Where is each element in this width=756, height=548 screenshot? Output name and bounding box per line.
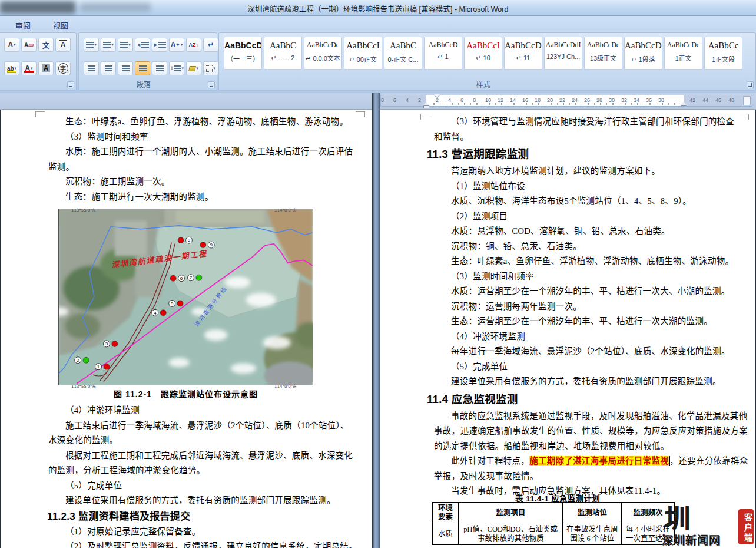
style-card[interactable]: AaBbCcDc13级正文 xyxy=(584,37,622,70)
style-name: 1正文 xyxy=(665,53,702,62)
paragraph-dialog-launcher[interactable] xyxy=(208,81,215,88)
style-name: （一二三） xyxy=(224,54,261,63)
borders-button[interactable]: ▾ xyxy=(203,61,218,75)
grow-font-button[interactable]: A▾ xyxy=(4,38,19,52)
show-hide-marks-button[interactable]: ↵ xyxy=(203,38,218,52)
justify-icon xyxy=(139,65,147,72)
text-line: 生态：运营期至少在一个潮汐年的丰、平、枯进行一次大潮的监测。 xyxy=(434,314,755,329)
style-card[interactable]: AaBbCcD（一二三） xyxy=(224,37,262,70)
numbering-button[interactable]: ▾ xyxy=(101,38,116,52)
style-preview: AaBbCcI xyxy=(465,41,502,51)
ruler-number: 18 xyxy=(535,97,541,103)
window-split-bar[interactable] xyxy=(372,93,380,548)
distributed-button[interactable] xyxy=(152,61,167,75)
text-line: （5）完成单位 xyxy=(48,478,366,494)
right-document-pane[interactable]: （3）环境管理与监测情况应随时接受海洋行政主管部门和环保部门的检查和监督。11.… xyxy=(380,110,756,548)
style-preview: AaBbCcDd xyxy=(625,41,662,51)
style-preview: AaBbC xyxy=(384,41,422,51)
first-line-indent-marker[interactable] xyxy=(434,94,440,98)
station-number: 4 xyxy=(154,311,157,316)
tab-review[interactable]: 审阅 xyxy=(11,18,35,30)
justify-button[interactable] xyxy=(135,61,150,75)
style-card[interactable]: AaBbCcDc↵ 0.0.0文本 xyxy=(304,37,342,70)
section-heading: 11.4 应急监视监测 xyxy=(427,389,755,409)
style-card[interactable]: AaBbCc1正文段 xyxy=(704,37,742,70)
phonetic-guide-button[interactable]: 文 xyxy=(38,38,54,52)
left-document-pane[interactable]: 生态：叶绿素a、鱼卵仔鱼、浮游植物、浮游动物、底栖生物、游泳动物。（3）监测时间… xyxy=(0,110,372,548)
horizontal-ruler: 8642246810121416182022242628303234363842… xyxy=(380,95,752,107)
watermark-site-name: 深圳新闻网 xyxy=(662,532,721,547)
right-indent-marker[interactable] xyxy=(681,101,687,105)
style-name: ↵ 11 xyxy=(505,54,542,62)
ruler-number: 22 xyxy=(559,97,565,103)
view-ruler-toggle[interactable] xyxy=(743,96,751,105)
style-card[interactable]: AaBbCcD↵ 1 xyxy=(424,37,462,70)
multilevel-list-button[interactable]: ▾ xyxy=(118,38,133,52)
style-name: 123YJ Ch... xyxy=(545,53,582,60)
ruler-number: 46 xyxy=(715,97,721,103)
text-line: 的选定提供依据。船舶监视和岸边、堆场监视费用相对较低。 xyxy=(434,439,755,454)
style-card[interactable]: AaBbCcDd↵ 1段落 xyxy=(624,37,662,70)
paragraph-group-label: 段落 xyxy=(79,79,208,89)
text-line: （2）及时整理汇总监测资料，反馈通报，建立良好的信息系统，定期总结。 xyxy=(48,539,366,548)
shading-button[interactable]: ▾ xyxy=(186,61,201,75)
tab-view[interactable]: 视图 xyxy=(48,18,73,30)
title-bar[interactable]: 深圳湾航道疏浚工程（一期）环境影响报告书送审稿 [兼容模式] - Microso… xyxy=(0,0,756,16)
station-dot-7 xyxy=(196,275,202,280)
text-line: （3）监测时间和频率 xyxy=(48,130,366,145)
style-card[interactable]: AaBbCcDc↵ 11 xyxy=(504,37,542,70)
style-card[interactable]: AaBbCcDc1正文 xyxy=(664,37,702,70)
left-page-text-top: 生态：叶绿素a、鱼卵仔鱼、浮游植物、浮游动物、底栖生物、游泳动物。（3）监测时间… xyxy=(48,114,366,204)
increase-indent-button[interactable]: ► xyxy=(152,38,167,52)
left-margin-marker[interactable] xyxy=(423,105,429,108)
align-right-button[interactable] xyxy=(118,61,133,75)
satellite-map: 深圳湾航道疏浚一期工程 深圳香港分界线 123456789 xyxy=(58,209,313,385)
line-spacing-button[interactable]: ⇕▾ xyxy=(169,61,184,75)
font-color-button[interactable]: A▾ xyxy=(21,61,37,75)
character-border-button[interactable]: A xyxy=(55,38,71,52)
station-dot-8 xyxy=(178,237,184,243)
text-line: 每年进行一季海域海流、悬浮泥沙（2个站位）、底质、水深变化的监测。 xyxy=(434,344,755,359)
font-dialog-launcher[interactable] xyxy=(67,81,74,88)
text-highlight-color-button[interactable]: ab▾ xyxy=(4,61,19,75)
align-center-icon xyxy=(105,65,112,72)
table-cell: 水质 xyxy=(433,523,459,545)
enclose-characters-button[interactable]: 字 xyxy=(55,61,71,75)
ruler-number: 8 xyxy=(473,97,476,103)
align-left-button[interactable] xyxy=(84,61,99,75)
styles-dialog-launcher[interactable] xyxy=(747,81,754,88)
bullets-button[interactable]: ▾ xyxy=(84,38,99,52)
style-card[interactable]: AaBbCcDdI123YJ Ch... xyxy=(544,37,582,70)
style-card[interactable]: AaBbC↵ ...... 2 xyxy=(264,37,302,70)
ruler-number: 32 xyxy=(621,97,627,103)
text-line: 生态：施工期进行一次大潮期的监测。 xyxy=(48,190,366,205)
left-indent-marker[interactable] xyxy=(423,101,429,105)
table-header-cell: 环境要素 xyxy=(433,503,459,523)
right-page-text: （3）环境管理与监测情况应随时接受海洋行政主管部门和环保部门的检查和监督。11.… xyxy=(434,114,755,499)
style-name: ↵ 1 xyxy=(425,53,462,61)
styles-group-label: 样式 xyxy=(219,79,747,89)
station-number: 6 xyxy=(180,276,183,281)
character-shading-button[interactable]: A xyxy=(38,61,54,75)
sort-button[interactable]: AZ↓ xyxy=(186,38,201,52)
style-card[interactable]: AaBbCcI↵ 10 xyxy=(464,37,502,70)
decrease-indent-button[interactable]: ◄ xyxy=(135,38,150,52)
ruler-number: 4 xyxy=(406,97,409,103)
style-name: ↵ 0.0.0文本 xyxy=(304,53,341,62)
style-preview: AaBbCcD xyxy=(224,41,261,50)
highlighted-text: 施工期除了湛江海事局进行日常监视 xyxy=(529,456,669,466)
station-dot-3 xyxy=(112,341,118,347)
text-line: （4）冲淤环境监测 xyxy=(48,403,366,418)
text-line: （1）监测站位布设 xyxy=(434,179,755,194)
style-card[interactable]: AaBbC0-正文 C... xyxy=(384,37,422,70)
align-center-button[interactable] xyxy=(101,61,116,75)
style-card[interactable]: AaBbCcI↵ 00正文 xyxy=(344,37,382,70)
ruler-ticks xyxy=(428,103,681,105)
ruler-number: 30 xyxy=(609,97,615,103)
text-line: 此外针对工程特点，施工期除了湛江海事局进行日常监视，还要充分依靠群众 xyxy=(434,454,755,469)
style-preview: AaBbCcDc xyxy=(665,41,702,49)
text-boundary-corner xyxy=(35,111,45,117)
asian-layout-button[interactable]: A✦▾ xyxy=(169,38,184,52)
ruler-number: 6 xyxy=(393,97,396,103)
clear-formatting-button[interactable]: A xyxy=(21,38,37,52)
